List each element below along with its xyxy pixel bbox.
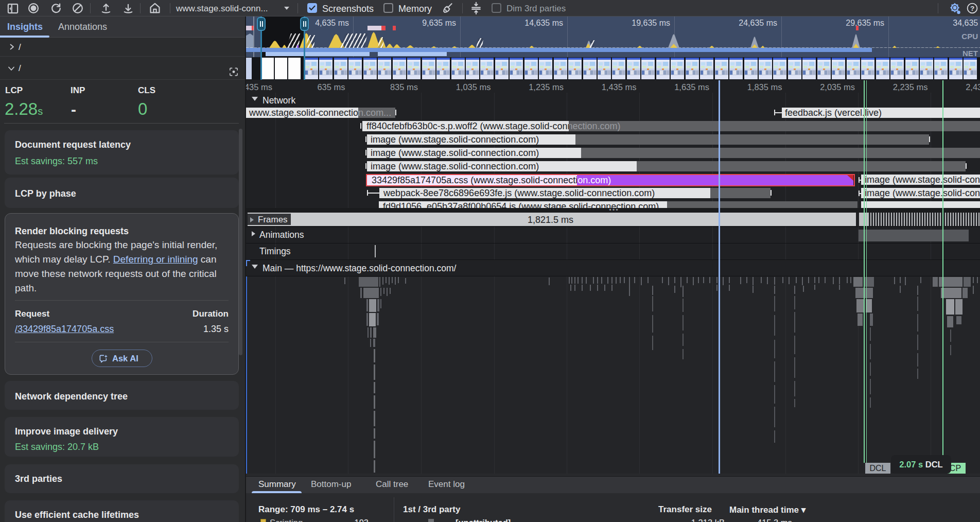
svg-text:?: ? bbox=[970, 5, 974, 12]
